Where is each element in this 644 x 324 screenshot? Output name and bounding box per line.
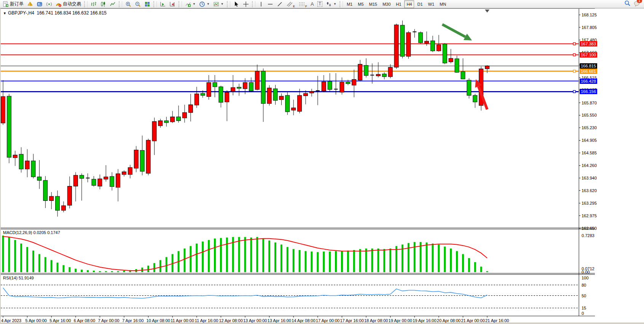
bullish-candle [1, 96, 5, 123]
auto-scroll-button[interactable] [158, 0, 167, 8]
horizontal-line-tool-button[interactable] [266, 0, 275, 8]
macd-histogram-bar [426, 242, 428, 272]
vertical-line-tool-button[interactable] [257, 0, 265, 8]
text-tool-icon: A [311, 1, 314, 7]
tab-timeframe-M5[interactable]: M5 [355, 0, 366, 8]
arrows-tool-button[interactable]: ▼ [324, 0, 338, 8]
tab-timeframe-M1[interactable]: M1 [344, 0, 355, 8]
price-line-badge-166.156[interactable]: 166.156 [580, 89, 597, 94]
gold-prism-button[interactable] [26, 0, 35, 8]
auto-scroll-icon [160, 1, 166, 7]
time-axis-label: 14 Apr 08:00 [292, 318, 315, 323]
line-handle-166.156[interactable] [573, 90, 575, 93]
macd-histogram-bar [474, 262, 476, 272]
bullish-candle [267, 88, 271, 104]
search-icon[interactable] [624, 0, 631, 8]
autotrading-label: 自动交易 [63, 1, 81, 7]
macd-histogram-bar [111, 271, 113, 272]
tab-timeframe-MN[interactable]: MN [437, 0, 448, 8]
bar-chart-icon [91, 1, 97, 7]
price-line-badge-167.100[interactable]: 167.100 [580, 52, 597, 58]
rsi-axis-label: 0 [582, 311, 584, 316]
tab-timeframe-H4[interactable]: H4 [404, 0, 414, 8]
trendline-tool-button[interactable] [275, 0, 284, 8]
macd-histogram-bar [238, 237, 240, 272]
equidistant-channel-tool-button[interactable]: E [285, 0, 296, 8]
chart-dropdown-icon[interactable]: ▼ [3, 11, 6, 15]
chevron-down-icon: ▼ [221, 2, 224, 6]
periods-button[interactable]: ▼ [198, 0, 211, 8]
metaeditor-button[interactable] [35, 0, 44, 8]
indicators-button[interactable]: ▼ [183, 0, 197, 8]
line-handle-167.100[interactable] [573, 54, 575, 56]
chart-window[interactable]: ▼GBPJPY-,H4 166.741 166.834 166.632 166.… [0, 8, 644, 324]
price-axis-label: 165.230 [582, 125, 597, 130]
chart-shift-icon [169, 1, 175, 7]
tile-windows-button[interactable] [143, 0, 152, 8]
macd-histogram-bar [353, 250, 355, 272]
price-line-badge-166.428[interactable]: 166.428 [580, 79, 597, 84]
macd-histogram-bar [438, 245, 440, 272]
crosshair-tool-button[interactable] [241, 0, 250, 8]
new-order-label: 新订单 [10, 1, 24, 7]
text-label-tool-button[interactable]: T [316, 0, 324, 8]
community-icon[interactable]: 1 [634, 0, 641, 8]
bearish-candle [92, 179, 96, 185]
bullish-candle [67, 186, 72, 205]
fibonacci-tool-button[interactable]: F [297, 0, 309, 8]
rsi-line [3, 288, 487, 298]
macd-histogram-bar [480, 267, 482, 272]
tab-timeframe-H1[interactable]: H1 [394, 0, 403, 8]
macd-histogram-bar [274, 242, 276, 272]
bearish-candle [382, 74, 386, 77]
rsi-axis-label: 50 [582, 294, 586, 298]
bearish-candle [346, 82, 350, 83]
signal-button[interactable] [45, 0, 54, 8]
bullish-candle [485, 66, 489, 69]
autotrading-button[interactable]: 自动交易 [54, 0, 83, 8]
bullish-candle [376, 74, 380, 76]
candlestick-chart-button[interactable] [99, 0, 108, 8]
chart-shift-marker[interactable] [485, 10, 489, 13]
notification-badge: 1 [637, 0, 642, 3]
tab-timeframe-W1[interactable]: W1 [426, 0, 437, 8]
bearish-candle [19, 154, 23, 169]
price-line-badge-167.383[interactable]: 167.383 [580, 41, 597, 47]
new-order-button[interactable]: 新订单 [1, 0, 25, 8]
text-tool-button[interactable]: A [309, 0, 316, 8]
bullish-candle [146, 140, 150, 173]
macd-histogram-bar [153, 263, 155, 272]
tab-timeframe-D1[interactable]: D1 [415, 0, 425, 8]
cursor-tool-button[interactable] [232, 0, 241, 8]
zoom-in-button[interactable] [124, 0, 133, 8]
macd-histogram-bar [63, 265, 65, 272]
zoom-out-button[interactable] [133, 0, 142, 8]
tab-timeframe-M15[interactable]: M15 [367, 0, 379, 8]
bar-chart-button[interactable] [89, 0, 98, 8]
bullish-candle [231, 88, 235, 91]
price-line-badge-166.681[interactable]: 166.681 [580, 69, 597, 74]
line-handle-167.383[interactable] [573, 43, 575, 45]
tab-timeframe-M30[interactable]: M30 [380, 0, 393, 8]
templates-button[interactable]: ▼ [212, 0, 225, 8]
line-handle-166.681[interactable] [573, 70, 575, 72]
macd-axis-label: 0.00 [582, 270, 590, 274]
line-chart-button[interactable] [108, 0, 117, 8]
chart-ohlc: 166.741 166.834 166.632 166.815 [37, 10, 107, 16]
bullish-candle [13, 155, 17, 158]
chart-shift-button[interactable] [168, 0, 177, 8]
macd-histogram-bar [420, 242, 422, 272]
bullish-candle [225, 92, 229, 102]
bearish-candle [443, 44, 447, 63]
bearish-candle [43, 180, 48, 200]
macd-histogram-bar [105, 271, 107, 272]
time-axis-label: 13 Apr 16:00 [268, 318, 291, 323]
channel-letter: E [293, 5, 295, 8]
bullish-candle [98, 179, 102, 186]
chart-canvas[interactable] [0, 8, 644, 324]
price-line-badge-166.815[interactable]: 166.815 [580, 63, 597, 69]
bullish-candle [406, 33, 411, 56]
macd-histogram-bar [262, 239, 264, 272]
green-down-arrow-shaft[interactable] [442, 24, 465, 37]
macd-histogram-bar [51, 260, 53, 272]
